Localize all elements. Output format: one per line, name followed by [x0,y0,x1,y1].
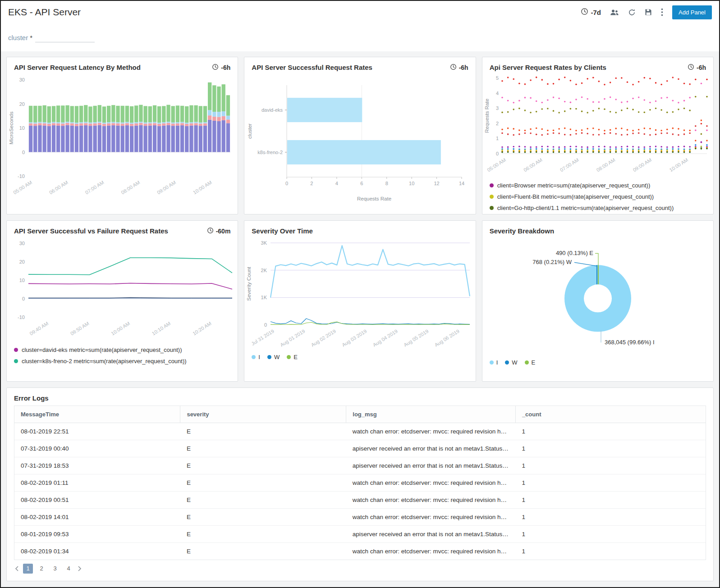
panel-time-range[interactable]: -6h [688,64,706,72]
table-cell: 1 [515,440,706,457]
table-row[interactable]: 08-02-2019 14:01Ewatch chan error: etcds… [14,509,706,526]
panel-title: API Server Request Latency By Method [14,64,141,71]
table-cell: E [180,509,346,526]
svg-text:07:00 AM: 07:00 AM [559,157,580,173]
legend-dot-icon [14,359,18,363]
table-cell: E [180,423,346,440]
table-cell: E [180,543,346,560]
table-cell: E [180,440,346,457]
table-cell: watch chan error: etcdserver: mvcc: requ… [346,423,516,440]
pagination: 1234 [7,560,713,577]
table-cell: watch chan error: etcdserver: mvcc: requ… [346,509,516,526]
table-row[interactable]: 07-31-2019 00:40Eapiserver received an e… [14,440,706,457]
svg-text:2: 2 [496,121,499,126]
table-row[interactable]: 08-02-2019 01:34Ewatch chan error: etcds… [14,543,706,560]
required-mark: * [30,34,32,41]
dashboard-title: EKS - API Server [8,7,81,18]
clock-icon [207,227,214,235]
svg-text:k8s-freno-2: k8s-freno-2 [258,150,283,155]
severity-over-time-chart[interactable]: 01K2K3KSeverity CountJul 31 2019Aug 01 2… [244,236,475,351]
svg-text:768 (0.21%) W: 768 (0.21%) W [532,259,572,265]
svg-text:30: 30 [19,77,25,82]
legend-label: cluster=k8s-freno-2 metric=sum(rate(apis… [22,358,187,365]
app-header: EKS - API Server -7d Add Panel [1,1,719,23]
severity-breakdown-legend: IWE [482,356,713,371]
dashboard-page: EKS - API Server -7d Add Panel [0,0,720,588]
refresh-icon[interactable] [628,9,636,16]
svg-text:MicroSeconds: MicroSeconds [9,111,14,144]
severity-over-time-legend: IWE [244,351,475,366]
prev-page-button[interactable] [14,566,19,571]
cluster-filter-label: cluster [8,34,28,41]
save-icon[interactable] [645,9,652,16]
svg-text:4: 4 [335,181,338,186]
table-cell: 08-01-2019 22:51 [14,423,180,440]
legend-item: E [525,357,536,368]
page-button[interactable]: 3 [50,564,60,574]
svg-text:Aug 02 2019: Aug 02 2019 [310,328,337,348]
svg-text:368,045 (99.66%) I: 368,045 (99.66%) I [605,339,655,346]
table-cell: apiserver received an error that is not … [346,526,516,543]
table-row[interactable]: 08-02-2019 00:51Ewatch chan error: etcds… [14,492,706,509]
svg-text:4: 4 [496,91,499,96]
svg-text:Aug 06 2019: Aug 06 2019 [434,328,460,348]
svg-text:05:00 AM: 05:00 AM [12,180,33,196]
table-cell: E [180,474,346,492]
users-icon[interactable] [610,9,619,16]
add-panel-button[interactable]: Add Panel [672,5,712,19]
svg-text:08:00 AM: 08:00 AM [120,180,141,196]
svg-text:Jul 31 2019: Jul 31 2019 [251,328,275,346]
table-row[interactable]: 08-01-2019 22:51Ewatch chan error: etcds… [14,423,706,440]
legend-dot-icon [490,183,494,187]
table-row[interactable]: 08-01-2019 09:53Eapiserver received an e… [14,526,706,543]
panel-time-range[interactable]: -60m [207,227,231,235]
svg-text:20: 20 [19,259,25,264]
svg-text:0: 0 [496,151,499,156]
column-header[interactable]: severity [180,406,346,423]
table-cell: E [180,492,346,509]
column-header[interactable]: log_msg [346,406,516,423]
page-button[interactable]: 1 [23,564,33,574]
cluster-filter-input[interactable] [35,32,95,42]
table-row[interactable]: 07-31-2019 18:53Eapiserver received an e… [14,457,706,474]
next-page-button[interactable] [77,566,83,571]
dashboard-time-range[interactable]: -7d [581,8,601,17]
page-button[interactable]: 4 [64,564,73,574]
table-row[interactable]: 08-02-2019 01:11Ewatch chan error: etcds… [14,474,706,492]
svg-text:12: 12 [434,181,440,186]
panel-request-rates-by-clients: Api Server Request Rates by Clients -6h … [482,57,714,214]
panel-time-range[interactable]: -6h [450,64,468,72]
legend-dot-icon [490,195,494,199]
table-cell: 08-02-2019 01:11 [14,474,180,492]
legend-dot-icon [252,355,256,359]
legend-label: cluster=david-eks metric=sum(rate(apiser… [22,346,182,353]
severity-breakdown-chart[interactable]: 490 (0.13%) E768 (0.21%) W368,045 (99.66… [482,236,713,356]
column-header[interactable]: MessageTime [14,406,180,423]
legend-dot-icon [267,355,271,359]
legend-item: client=Browser metric=sum(rate(apiserver… [490,180,706,191]
panel-time-range[interactable]: -6h [212,64,230,72]
legend-dot-icon [490,206,494,210]
latency-chart[interactable]: -100102030MicroSeconds05:00 AM06:00 AM07… [7,73,238,204]
more-options-icon[interactable] [661,8,663,16]
legend-item: W [267,352,280,362]
column-header[interactable]: _count [515,406,706,423]
success-vs-failure-chart[interactable]: -10010203009:40 AM09:50 AM10:00 AM10:10 … [7,236,238,343]
svg-text:cluster: cluster [247,123,252,139]
header-actions: -7d Add Panel [581,5,712,19]
svg-text:06:00 AM: 06:00 AM [48,180,69,196]
dashboard-grid: API Server Request Latency By Method -6h… [1,51,719,587]
table-cell: 1 [515,526,706,543]
client-rates-chart[interactable]: 012345Requests Rate05:00 AM06:00 AM07:00… [482,73,713,179]
legend-dot-icon [14,348,18,352]
svg-text:10:20 AM: 10:20 AM [192,321,212,337]
svg-text:1: 1 [496,136,499,141]
table-cell: 07-31-2019 18:53 [14,457,180,474]
clock-icon [581,8,588,17]
success-rates-chart[interactable]: david-eksk8s-freno-202468101214Requests … [244,73,475,204]
table-cell: 1 [515,492,706,509]
page-button[interactable]: 2 [37,564,46,574]
table-cell: 1 [515,474,706,492]
svg-text:490 (0.13%) E: 490 (0.13%) E [556,250,593,256]
svg-text:06:00 AM: 06:00 AM [523,157,543,173]
